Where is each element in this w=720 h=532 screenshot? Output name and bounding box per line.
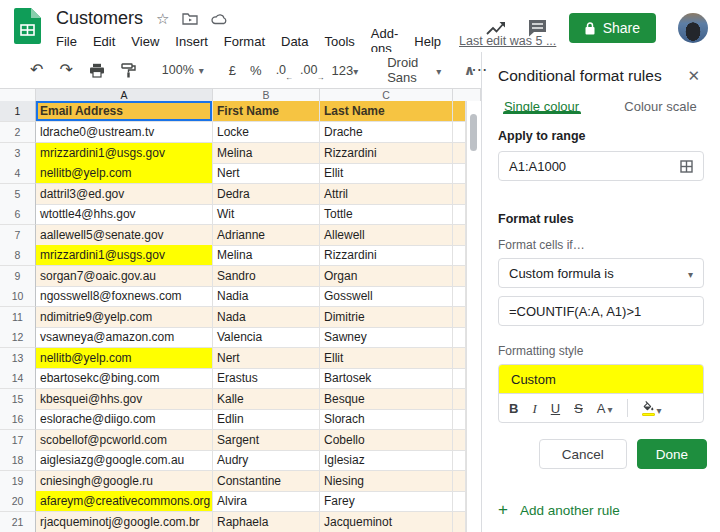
cell-email[interactable]: afareym@creativecommons.org xyxy=(36,491,213,512)
cell-first-header[interactable]: First Name xyxy=(213,101,320,122)
cell-extra[interactable] xyxy=(453,307,466,328)
cell-last[interactable]: Drache xyxy=(320,122,453,143)
more-formats-button[interactable]: 123 xyxy=(324,63,365,78)
row-number[interactable]: 15 xyxy=(0,389,36,410)
cell-last[interactable]: Niesing xyxy=(320,471,453,492)
text-color-button[interactable]: A xyxy=(597,402,613,415)
cell-email-header[interactable]: Email Address xyxy=(36,101,213,122)
cell-last[interactable]: Bartosek xyxy=(320,368,453,389)
cell-extra[interactable] xyxy=(453,143,466,164)
cell-last[interactable]: Gosswell xyxy=(320,286,453,307)
menu-item[interactable]: Edit xyxy=(85,32,123,51)
cell-first[interactable]: Melina xyxy=(213,143,320,164)
cell-first[interactable]: Nert xyxy=(213,163,320,184)
cell-first[interactable]: Constantine xyxy=(213,471,320,492)
cell-extra[interactable] xyxy=(453,163,466,184)
select-data-range-icon[interactable] xyxy=(680,160,693,173)
cell-last[interactable]: Ellit xyxy=(320,348,453,369)
cell-extra[interactable] xyxy=(453,184,466,205)
document-title[interactable]: Customers xyxy=(56,8,143,29)
cell-email[interactable]: ebartosekc@bing.com xyxy=(36,368,213,389)
menu-item[interactable]: Tools xyxy=(316,32,362,51)
cell-extra[interactable] xyxy=(453,471,466,492)
tab-single-colour[interactable]: Single colour xyxy=(482,99,601,114)
cell-first[interactable]: Nadia xyxy=(213,286,320,307)
row-number[interactable]: 9 xyxy=(0,266,36,287)
star-icon[interactable]: ☆ xyxy=(156,11,169,26)
cell-first[interactable]: Edlin xyxy=(213,409,320,430)
cell-first[interactable]: Adrianne xyxy=(213,225,320,246)
cell-first[interactable]: Locke xyxy=(213,122,320,143)
cell-email[interactable]: rjacqueminotj@google.com.br xyxy=(36,512,213,532)
row-number[interactable]: 1 xyxy=(0,101,36,122)
decrease-decimal-button[interactable]: .0 xyxy=(269,63,293,77)
row-number[interactable]: 6 xyxy=(0,204,36,225)
cell-extra[interactable] xyxy=(453,204,466,225)
vertical-scrollbar[interactable] xyxy=(466,101,481,532)
close-icon[interactable]: ✕ xyxy=(683,65,704,87)
cell-first[interactable]: Erastus xyxy=(213,368,320,389)
cell-email[interactable]: mrizzardini1@usgs.gov xyxy=(36,245,213,266)
cell-last[interactable]: Cobello xyxy=(320,430,453,451)
row-number[interactable]: 10 xyxy=(0,286,36,307)
cell-last[interactable]: Organ xyxy=(320,266,453,287)
cell-email[interactable]: kbesquei@hhs.gov xyxy=(36,389,213,410)
cell-first[interactable]: Alvira xyxy=(213,491,320,512)
condition-select[interactable]: Custom formula is xyxy=(498,258,704,288)
cell-email[interactable]: aallewell5@senate.gov xyxy=(36,225,213,246)
row-number[interactable]: 7 xyxy=(0,225,36,246)
sheets-logo-icon[interactable] xyxy=(14,8,41,44)
range-input[interactable]: A1:A1000 xyxy=(498,151,704,181)
cell-extra[interactable] xyxy=(453,122,466,143)
column-header-d[interactable] xyxy=(453,89,481,101)
cell-email[interactable]: cniesingh@google.ru xyxy=(36,471,213,492)
move-folder-icon[interactable] xyxy=(182,12,198,25)
cell-extra[interactable] xyxy=(453,225,466,246)
cell-first[interactable]: Valencia xyxy=(213,327,320,348)
cell-email[interactable]: ngosswell8@foxnews.com xyxy=(36,286,213,307)
cell-last[interactable]: Rizzardini xyxy=(320,143,453,164)
fill-color-button[interactable] xyxy=(642,401,662,416)
cell-first[interactable]: Melina xyxy=(213,245,320,266)
add-another-rule-button[interactable]: + Add another rule xyxy=(482,485,720,532)
cell-email[interactable]: wtottle4@hhs.gov xyxy=(36,204,213,225)
cancel-button[interactable]: Cancel xyxy=(539,439,627,469)
row-number[interactable]: 14 xyxy=(0,368,36,389)
column-header-a[interactable]: A xyxy=(36,89,213,101)
cell-email[interactable]: nellitb@yelp.com xyxy=(36,348,213,369)
corner-cell[interactable] xyxy=(0,89,36,101)
cell-extra[interactable] xyxy=(453,266,466,287)
cell-first[interactable]: Kalle xyxy=(213,389,320,410)
italic-button[interactable]: I xyxy=(532,402,536,415)
row-number[interactable]: 5 xyxy=(0,184,36,205)
cell-email[interactable]: sorgan7@oaic.gov.au xyxy=(36,266,213,287)
menu-item[interactable]: File xyxy=(48,32,85,51)
cell-last[interactable]: Jacqueminot xyxy=(320,512,453,532)
formula-input[interactable]: =COUNTIF(A:A, A1)>1 xyxy=(498,296,704,326)
row-number[interactable]: 19 xyxy=(0,471,36,492)
strikethrough-button[interactable]: S xyxy=(574,402,583,415)
row-number[interactable]: 18 xyxy=(0,450,36,471)
cell-email[interactable]: vsawneya@amazon.com xyxy=(36,327,213,348)
cell-last[interactable]: Rizzardini xyxy=(320,245,453,266)
row-number[interactable]: 20 xyxy=(0,491,36,512)
cell-email[interactable]: ldrache0@ustream.tv xyxy=(36,122,213,143)
cell-email[interactable]: scobellof@pcworld.com xyxy=(36,430,213,451)
cell-extra[interactable] xyxy=(453,430,466,451)
cell-extra[interactable] xyxy=(453,450,466,471)
cell-last[interactable]: Slorach xyxy=(320,409,453,430)
scrollbar-thumb[interactable] xyxy=(470,114,477,151)
cell-last[interactable]: Ellit xyxy=(320,163,453,184)
tab-colour-scale[interactable]: Colour scale xyxy=(601,99,720,114)
collapse-toolbar-icon[interactable]: ∧ xyxy=(464,62,475,78)
menu-item[interactable]: View xyxy=(123,32,167,51)
underline-button[interactable]: U xyxy=(551,402,560,415)
cell-last-header[interactable]: Last Name xyxy=(320,101,453,122)
share-button[interactable]: Share xyxy=(569,13,656,43)
increase-decimal-button[interactable]: .00 xyxy=(293,63,324,77)
column-header-c[interactable]: C xyxy=(320,89,453,101)
cell-last[interactable]: Dimitrie xyxy=(320,307,453,328)
cell-first[interactable]: Sandro xyxy=(213,266,320,287)
cell-extra[interactable] xyxy=(453,512,466,532)
bold-button[interactable]: B xyxy=(509,402,518,415)
